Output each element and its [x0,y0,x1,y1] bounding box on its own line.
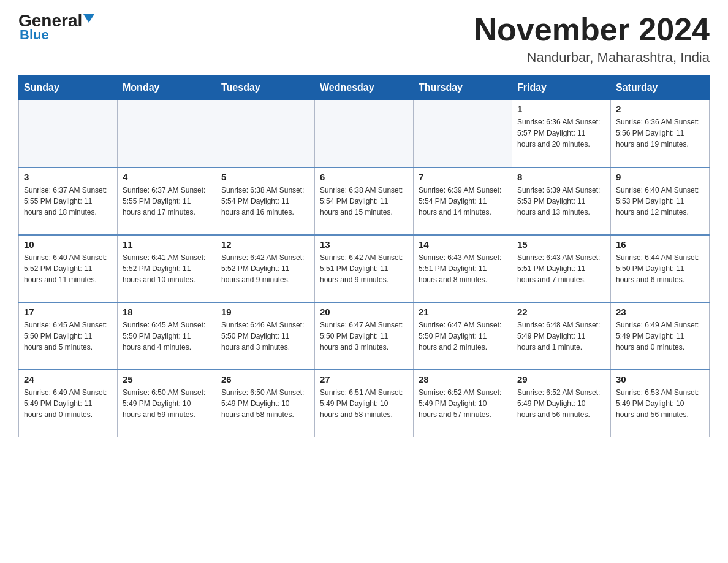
day-info: Sunrise: 6:39 AM Sunset: 5:53 PM Dayligh… [517,185,605,218]
day-number: 14 [419,239,507,250]
day-info: Sunrise: 6:52 AM Sunset: 5:49 PM Dayligh… [419,387,507,420]
calendar-cell: 7Sunrise: 6:39 AM Sunset: 5:54 PM Daylig… [414,167,512,235]
calendar-cell: 11Sunrise: 6:41 AM Sunset: 5:52 PM Dayli… [118,235,216,302]
calendar-cell: 13Sunrise: 6:42 AM Sunset: 5:51 PM Dayli… [315,235,414,302]
calendar-title-area: November 2024 Nandurbar, Maharashtra, In… [474,12,710,66]
calendar-cell: 27Sunrise: 6:51 AM Sunset: 5:49 PM Dayli… [315,370,414,437]
calendar-cell: 6Sunrise: 6:38 AM Sunset: 5:54 PM Daylig… [315,167,414,235]
calendar-week-row-3: 10Sunrise: 6:40 AM Sunset: 5:52 PM Dayli… [19,235,710,302]
day-number: 10 [24,239,112,250]
calendar-cell: 2Sunrise: 6:36 AM Sunset: 5:56 PM Daylig… [611,100,710,167]
day-info: Sunrise: 6:40 AM Sunset: 5:52 PM Dayligh… [24,252,112,285]
day-number: 4 [123,172,211,182]
day-info: Sunrise: 6:50 AM Sunset: 5:49 PM Dayligh… [123,387,211,420]
day-number: 30 [616,374,704,385]
day-info: Sunrise: 6:36 AM Sunset: 5:57 PM Dayligh… [517,117,605,150]
day-number: 21 [419,307,507,317]
day-number: 13 [320,239,408,250]
calendar-cell: 21Sunrise: 6:47 AM Sunset: 5:50 PM Dayli… [414,302,512,370]
calendar-cell: 20Sunrise: 6:47 AM Sunset: 5:50 PM Dayli… [315,302,414,370]
calendar-cell: 9Sunrise: 6:40 AM Sunset: 5:53 PM Daylig… [611,167,710,235]
day-info: Sunrise: 6:36 AM Sunset: 5:56 PM Dayligh… [616,117,704,150]
day-number: 15 [517,239,605,250]
calendar-cell: 19Sunrise: 6:46 AM Sunset: 5:50 PM Dayli… [216,302,315,370]
day-info: Sunrise: 6:38 AM Sunset: 5:54 PM Dayligh… [320,185,408,218]
calendar-cell [414,100,512,167]
day-number: 6 [320,172,408,182]
day-info: Sunrise: 6:42 AM Sunset: 5:52 PM Dayligh… [221,252,309,285]
day-info: Sunrise: 6:47 AM Sunset: 5:50 PM Dayligh… [320,320,408,353]
calendar-cell: 30Sunrise: 6:53 AM Sunset: 5:49 PM Dayli… [611,370,710,437]
day-info: Sunrise: 6:49 AM Sunset: 5:49 PM Dayligh… [616,320,704,353]
location-subtitle: Nandurbar, Maharashtra, India [474,50,710,66]
calendar-cell: 23Sunrise: 6:49 AM Sunset: 5:49 PM Dayli… [611,302,710,370]
calendar-header-row: SundayMondayTuesdayWednesdayThursdayFrid… [19,76,710,100]
day-info: Sunrise: 6:43 AM Sunset: 5:51 PM Dayligh… [517,252,605,285]
day-info: Sunrise: 6:51 AM Sunset: 5:49 PM Dayligh… [320,387,408,420]
calendar-week-row-2: 3Sunrise: 6:37 AM Sunset: 5:55 PM Daylig… [19,167,710,235]
calendar-cell: 14Sunrise: 6:43 AM Sunset: 5:51 PM Dayli… [414,235,512,302]
day-info: Sunrise: 6:45 AM Sunset: 5:50 PM Dayligh… [24,320,112,353]
day-number: 20 [320,307,408,317]
day-number: 25 [123,374,211,385]
day-info: Sunrise: 6:48 AM Sunset: 5:49 PM Dayligh… [517,320,605,353]
calendar-cell: 10Sunrise: 6:40 AM Sunset: 5:52 PM Dayli… [19,235,118,302]
calendar-cell: 4Sunrise: 6:37 AM Sunset: 5:55 PM Daylig… [118,167,216,235]
day-number: 18 [123,307,211,317]
calendar-cell: 5Sunrise: 6:38 AM Sunset: 5:54 PM Daylig… [216,167,315,235]
svg-marker-0 [83,14,94,23]
day-info: Sunrise: 6:39 AM Sunset: 5:54 PM Dayligh… [419,185,507,218]
day-info: Sunrise: 6:37 AM Sunset: 5:55 PM Dayligh… [123,185,211,218]
day-number: 11 [123,239,211,250]
calendar-week-row-1: 1Sunrise: 6:36 AM Sunset: 5:57 PM Daylig… [19,100,710,167]
logo-blue-text: Blue [20,27,49,43]
day-number: 5 [221,172,309,182]
day-info: Sunrise: 6:42 AM Sunset: 5:51 PM Dayligh… [320,252,408,285]
day-number: 19 [221,307,309,317]
day-number: 26 [221,374,309,385]
day-number: 9 [616,172,704,182]
day-info: Sunrise: 6:44 AM Sunset: 5:50 PM Dayligh… [616,252,704,285]
day-number: 16 [616,239,704,250]
calendar-cell [19,100,118,167]
calendar-header-tuesday: Tuesday [216,76,315,100]
page-header: General Blue November 2024 Nandurbar, Ma… [18,12,710,66]
calendar-cell [216,100,315,167]
day-info: Sunrise: 6:53 AM Sunset: 5:49 PM Dayligh… [616,387,704,420]
day-info: Sunrise: 6:50 AM Sunset: 5:49 PM Dayligh… [221,387,309,420]
calendar-header-friday: Friday [512,76,611,100]
day-number: 7 [419,172,507,182]
logo: General Blue [18,12,96,43]
calendar-cell: 16Sunrise: 6:44 AM Sunset: 5:50 PM Dayli… [611,235,710,302]
calendar-cell: 3Sunrise: 6:37 AM Sunset: 5:55 PM Daylig… [19,167,118,235]
day-number: 8 [517,172,605,182]
calendar-cell: 8Sunrise: 6:39 AM Sunset: 5:53 PM Daylig… [512,167,611,235]
day-info: Sunrise: 6:45 AM Sunset: 5:50 PM Dayligh… [123,320,211,353]
calendar-cell [118,100,216,167]
day-info: Sunrise: 6:46 AM Sunset: 5:50 PM Dayligh… [221,320,309,353]
day-info: Sunrise: 6:41 AM Sunset: 5:52 PM Dayligh… [123,252,211,285]
calendar-cell: 29Sunrise: 6:52 AM Sunset: 5:49 PM Dayli… [512,370,611,437]
day-number: 27 [320,374,408,385]
day-number: 2 [616,104,704,114]
calendar-header-wednesday: Wednesday [315,76,414,100]
calendar-header-monday: Monday [118,76,216,100]
day-number: 23 [616,307,704,317]
day-info: Sunrise: 6:37 AM Sunset: 5:55 PM Dayligh… [24,185,112,218]
day-number: 1 [517,104,605,114]
day-number: 24 [24,374,112,385]
day-info: Sunrise: 6:52 AM Sunset: 5:49 PM Dayligh… [517,387,605,420]
day-info: Sunrise: 6:47 AM Sunset: 5:50 PM Dayligh… [419,320,507,353]
calendar-cell: 24Sunrise: 6:49 AM Sunset: 5:49 PM Dayli… [19,370,118,437]
calendar-table: SundayMondayTuesdayWednesdayThursdayFrid… [18,75,710,437]
calendar-cell: 28Sunrise: 6:52 AM Sunset: 5:49 PM Dayli… [414,370,512,437]
day-number: 3 [24,172,112,182]
calendar-header-thursday: Thursday [414,76,512,100]
calendar-cell [315,100,414,167]
day-number: 22 [517,307,605,317]
calendar-cell: 17Sunrise: 6:45 AM Sunset: 5:50 PM Dayli… [19,302,118,370]
calendar-cell: 12Sunrise: 6:42 AM Sunset: 5:52 PM Dayli… [216,235,315,302]
calendar-cell: 1Sunrise: 6:36 AM Sunset: 5:57 PM Daylig… [512,100,611,167]
calendar-week-row-5: 24Sunrise: 6:49 AM Sunset: 5:49 PM Dayli… [19,370,710,437]
day-info: Sunrise: 6:38 AM Sunset: 5:54 PM Dayligh… [221,185,309,218]
